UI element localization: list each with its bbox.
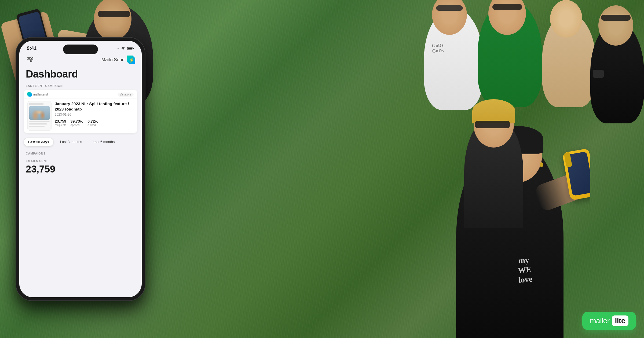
thumb-text [29,121,50,127]
svg-text:⚡: ⚡ [129,57,135,63]
time-period-tabs: Last 30 days Last 3 months Last 6 months [19,138,142,151]
badge-mailer-text: mailer [590,317,609,325]
tab-last-30-days[interactable]: Last 30 days [24,138,54,146]
mailerlite-badge: mailer lite [582,312,636,330]
stat-clicked-value: 0.72% [87,119,98,123]
stat-clicked-label: clicked [87,124,98,127]
campaigns-section: Emails sent 23,759 [19,157,142,177]
card-info: January 2023 NL: Split testing feature /… [55,101,134,131]
filter-button[interactable] [26,56,34,64]
thumb-line-3 [29,124,47,125]
card-content: January 2023 NL: Split testing feature /… [24,98,137,133]
campaign-title: January 2023 NL: Split testing feature /… [55,101,134,112]
mailersend-logo-icon: ⚡ [127,56,135,64]
dashboard-title: Dashboard [19,65,142,84]
stat-recipients: 23,759 recipients [55,119,66,127]
card-status-badge: Variations [118,93,134,97]
stat-opened: 39.73% opened [71,119,83,127]
campaign-date: 2023-01-26 [55,113,134,116]
stat-clicked: 0.72% clicked [87,119,98,127]
campaign-card[interactable]: mailersend Variations [24,90,137,133]
thumb-line-1 [29,121,50,122]
svg-rect-2 [128,47,133,49]
brand-area: MailerSend ⚡ [101,56,135,64]
campaigns-section-label: CAMPAIGNS [19,151,142,157]
tab-last-6-months[interactable]: Last 6 months [89,138,119,146]
mini-brand-text: mailersend [33,93,48,96]
badge-lite-text: lite [612,315,628,326]
thumb-line-4 [29,126,45,127]
brand-logo: ⚡ [127,56,135,64]
phone-container: 9:41 ···· [16,38,145,300]
svg-rect-1 [133,48,134,49]
emails-sent-label: Emails sent [26,159,135,163]
filter-icon [27,57,33,62]
stat-opened-value: 39.73% [71,119,83,123]
last-campaign-label: LAST SENT CAMPAIGN [19,84,142,90]
thumb-line-2 [29,123,47,124]
brand-name-text: MailerSend [101,57,125,63]
svg-point-6 [28,58,30,60]
campaign-stats: 23,759 recipients 39.73% opened 0.72% cl… [55,119,134,127]
phone-frame: 9:41 ···· [16,38,145,300]
thumb-image [29,106,50,120]
thumb-people-image [29,106,50,120]
stat-recipients-value: 23,759 [55,119,66,123]
person-middle-right [456,94,537,228]
wifi-icon [121,47,126,50]
app-header: MailerSend ⚡ [19,53,142,65]
battery-icon [127,47,134,50]
svg-point-4 [31,57,32,58]
card-top-bar: mailersend Variations [24,90,137,98]
status-time: 9:41 [27,46,36,51]
dynamic-island [63,45,98,54]
thumb-header [29,103,43,105]
phone-screen: 9:41 ···· [19,41,142,297]
card-brand-row: mailersend [27,92,48,97]
stat-opened-label: opened [71,124,83,127]
svg-point-8 [30,60,32,62]
email-thumbnail [27,101,52,131]
stat-recipients-label: recipients [55,124,66,127]
tab-last-3-months[interactable]: Last 3 months [56,138,86,146]
mini-brand-logo [27,92,32,97]
emails-sent-value: 23,759 [26,164,135,175]
signal-icon: ···· [115,47,119,50]
status-icons: ···· [115,47,134,50]
